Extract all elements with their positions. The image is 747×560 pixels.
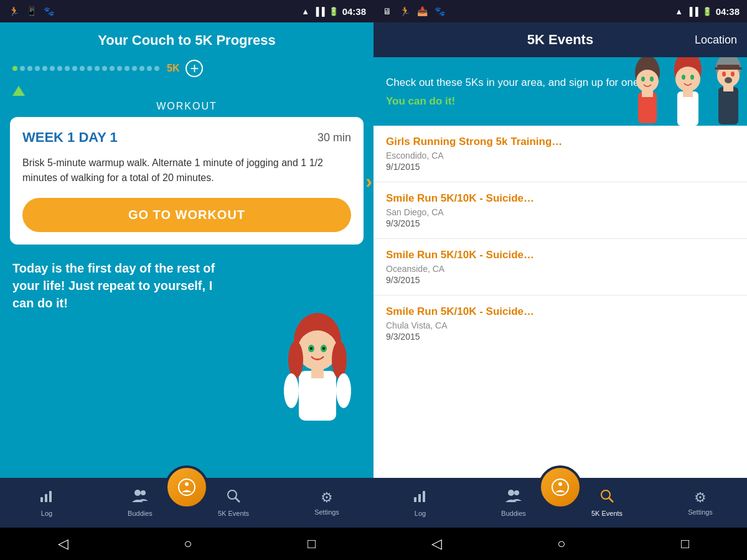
chevron-right-icon: › — [365, 169, 372, 192]
progress-dot — [50, 66, 55, 71]
right-buddies-icon — [505, 488, 522, 507]
svg-rect-38 — [718, 87, 738, 124]
right-screen-icon: 🖥 — [381, 5, 393, 17]
svg-rect-12 — [40, 497, 43, 502]
left-status-icons: 🏃 📱 🐾 — [7, 5, 55, 17]
left-nav-bar: ◁ ○ □ — [0, 528, 374, 560]
svg-point-19 — [228, 490, 237, 499]
svg-point-24 — [650, 77, 654, 82]
event-date-3: 9/3/2015 — [386, 332, 735, 342]
home-button[interactable]: ○ — [177, 530, 198, 558]
progress-dot — [139, 66, 144, 71]
event-item-2[interactable]: Smile Run 5K/10K - Suicide… Oceanside, C… — [374, 239, 747, 296]
progress-dot — [35, 66, 40, 71]
add-progress-button[interactable]: + — [186, 60, 203, 77]
go-to-workout-button[interactable]: GO TO WORKOUT — [22, 198, 351, 232]
svg-point-29 — [682, 75, 685, 80]
left-phone-panel: 🏃 📱 🐾 ▲ ▐▐ 🔋 04:38 Your Couch to 5K Prog… — [0, 0, 374, 560]
right-tab-log[interactable]: Log — [374, 488, 467, 517]
run-icon: 🏃 — [7, 5, 20, 17]
svg-rect-41 — [715, 67, 742, 70]
right-recent-button[interactable]: □ — [675, 530, 695, 558]
progress-dot — [102, 66, 107, 71]
right-tab-home-center[interactable] — [538, 465, 582, 509]
svg-point-30 — [690, 75, 694, 80]
svg-point-47 — [552, 479, 568, 495]
banner-cta: You can do it! — [386, 95, 642, 108]
triangle-up-icon — [12, 86, 25, 96]
left-title: Your Couch to 5K Progress — [12, 32, 361, 49]
svg-point-48 — [558, 482, 562, 486]
banner-text-block: Check out these 5Ks in your area, and si… — [386, 75, 642, 108]
motivation-section: Today is the first day of the rest of yo… — [0, 245, 374, 478]
event-location-0: Escondido, CA — [386, 151, 735, 161]
right-home-button[interactable]: ○ — [551, 530, 571, 558]
svg-point-46 — [514, 490, 519, 495]
svg-point-17 — [179, 479, 195, 495]
svg-point-18 — [185, 482, 189, 486]
tab-settings[interactable]: ⚙ Settings — [280, 490, 374, 516]
svg-rect-14 — [49, 491, 52, 502]
right-tab-bar: Log Buddies — [374, 478, 747, 528]
svg-point-15 — [134, 490, 141, 496]
right-paw-icon: 🐾 — [433, 5, 446, 17]
svg-rect-26 — [642, 88, 653, 97]
recent-button[interactable]: □ — [301, 530, 322, 558]
workout-duration: 30 min — [317, 131, 351, 144]
progress-dot — [110, 66, 115, 71]
left-main-content: Your Couch to 5K Progress 5K + — [0, 22, 374, 478]
event-item-3[interactable]: Smile Run 5K/10K - Suicide… Chula Vista,… — [374, 296, 747, 352]
event-date-1: 9/3/2015 — [386, 218, 735, 228]
progress-dot — [147, 66, 152, 71]
svg-line-50 — [609, 498, 613, 502]
progress-dot — [27, 66, 32, 71]
progress-dot — [42, 66, 47, 71]
event-name-2: Smile Run 5K/10K - Suicide… — [386, 249, 735, 261]
event-name-3: Smile Run 5K/10K - Suicide… — [386, 306, 735, 318]
banner-description: Check out these 5Ks in your area, and si… — [386, 75, 642, 90]
left-status-right: ▲ ▐▐ 🔋 04:38 — [301, 6, 366, 17]
svg-point-16 — [141, 490, 146, 495]
event-date-2: 9/3/2015 — [386, 275, 735, 285]
right-dl-icon: 📥 — [416, 5, 428, 17]
event-list: Girls Running Strong 5k Training… Escond… — [374, 126, 747, 478]
svg-point-10 — [284, 373, 299, 408]
event-location-2: Oceanside, CA — [386, 264, 735, 274]
right-time: 04:38 — [716, 6, 740, 17]
right-settings-icon: ⚙ — [694, 490, 707, 506]
event-item-1[interactable]: Smile Run 5K/10K - Suicide… San Diego, C… — [374, 182, 747, 239]
location-button[interactable]: Location — [695, 34, 737, 47]
progress-dot — [72, 66, 77, 71]
right-tab-settings[interactable]: ⚙ Settings — [654, 490, 747, 516]
progress-dot — [125, 66, 129, 71]
back-button[interactable]: ◁ — [52, 530, 75, 558]
svg-point-36 — [731, 72, 735, 77]
event-name-0: Girls Running Strong 5k Training… — [386, 136, 735, 148]
event-item-0[interactable]: Girls Running Strong 5k Training… Escond… — [374, 126, 747, 182]
svg-rect-7 — [311, 366, 324, 378]
right-back-button[interactable]: ◁ — [425, 530, 448, 558]
right-5k-icon — [599, 488, 614, 507]
progress-dot — [87, 66, 92, 71]
right-tab-log-label: Log — [415, 510, 426, 517]
left-tab-bar: Log Buddies — [0, 478, 374, 528]
settings-icon: ⚙ — [321, 490, 333, 506]
progress-dot — [95, 66, 100, 71]
svg-rect-13 — [45, 494, 47, 502]
log-icon — [39, 488, 54, 507]
svg-point-37 — [725, 77, 732, 83]
progress-dot — [132, 66, 137, 71]
event-name-1: Smile Run 5K/10K - Suicide… — [386, 192, 735, 205]
tab-home-center[interactable] — [165, 465, 209, 509]
phone-icon: 📱 — [25, 5, 37, 17]
progress-dot — [20, 66, 25, 71]
workout-week-day: WEEK 1 DAY 1 — [22, 129, 118, 146]
5k-events-icon — [226, 488, 241, 507]
right-tab-buddies-label: Buddies — [501, 510, 526, 517]
tab-log[interactable]: Log — [0, 488, 93, 517]
svg-point-49 — [601, 490, 610, 499]
motivation-text: Today is the first day of the rest of yo… — [12, 259, 222, 312]
svg-point-45 — [508, 490, 514, 496]
progress-dot — [154, 66, 159, 71]
left-status-bar: 🏃 📱 🐾 ▲ ▐▐ 🔋 04:38 — [0, 0, 374, 22]
